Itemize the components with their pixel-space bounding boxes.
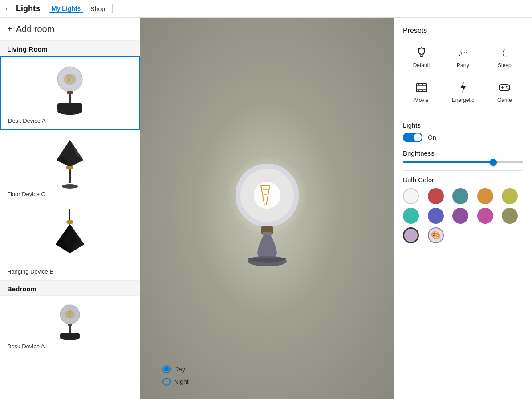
day-label: Day bbox=[174, 366, 185, 373]
divider-1 bbox=[403, 116, 523, 116]
brightness-thumb[interactable] bbox=[490, 159, 497, 166]
lights-toggle-row: On bbox=[403, 133, 523, 142]
color-custom[interactable]: 🎨 bbox=[428, 227, 444, 243]
device-bedroom-1[interactable]: Desk Device A bbox=[0, 296, 140, 355]
party-icon: ♪ ♫ bbox=[456, 45, 470, 60]
brightness-label: Brightness bbox=[403, 149, 523, 157]
color-white[interactable] bbox=[403, 188, 419, 204]
svg-rect-13 bbox=[69, 169, 71, 183]
lights-toggle[interactable] bbox=[403, 133, 422, 142]
preset-movie-label: Movie bbox=[414, 97, 429, 103]
svg-rect-5 bbox=[67, 91, 73, 94]
presets-title: Presets bbox=[403, 27, 523, 35]
add-room-label: Add room bbox=[16, 24, 55, 34]
divider-2 bbox=[403, 170, 523, 171]
svg-text:♫: ♫ bbox=[463, 48, 468, 55]
default-icon bbox=[414, 45, 429, 60]
color-blue[interactable] bbox=[428, 208, 444, 224]
device-bedroom-1-label: Desk Device A bbox=[7, 343, 45, 350]
energetic-icon bbox=[456, 80, 470, 94]
canvas-area: Day Night bbox=[140, 18, 394, 399]
color-lavender[interactable] bbox=[403, 227, 419, 243]
device-desk-a[interactable]: Desk Device A bbox=[0, 56, 140, 130]
color-teal[interactable] bbox=[452, 188, 468, 204]
tab-shop[interactable]: Shop bbox=[88, 5, 108, 12]
color-orange[interactable] bbox=[477, 188, 493, 204]
svg-point-61 bbox=[506, 86, 508, 88]
svg-point-41 bbox=[261, 232, 273, 235]
brightness-slider[interactable] bbox=[403, 161, 523, 163]
movie-icon bbox=[414, 80, 429, 94]
preset-party[interactable]: ♪ ♫ Party bbox=[444, 42, 481, 72]
svg-rect-28 bbox=[69, 326, 71, 333]
topbar-divider bbox=[112, 4, 113, 13]
preset-sleep-label: Sleep bbox=[498, 62, 512, 69]
svg-rect-6 bbox=[69, 94, 71, 103]
svg-point-14 bbox=[62, 184, 78, 189]
sidebar: + Add room Living Room Desk bbox=[0, 18, 140, 399]
palette-icon: 🎨 bbox=[431, 230, 441, 240]
toggle-knob bbox=[414, 133, 422, 141]
color-grid: 🎨 bbox=[403, 188, 523, 243]
topbar: ← Lights My Lights Shop bbox=[0, 0, 532, 18]
app-title: Lights bbox=[16, 4, 40, 13]
color-khaki[interactable] bbox=[502, 208, 518, 224]
tab-my-lights[interactable]: My Lights bbox=[49, 5, 83, 13]
lamp-bedroom-image bbox=[52, 301, 88, 341]
night-radio[interactable] bbox=[162, 378, 171, 386]
svg-rect-50 bbox=[416, 84, 427, 92]
night-radio-row[interactable]: Night bbox=[162, 378, 189, 386]
device-hanging-b[interactable]: Hanging Device B bbox=[0, 203, 140, 281]
section-living-room: Living Room bbox=[0, 41, 140, 56]
device-desk-a-label: Desk Device A bbox=[8, 117, 46, 124]
presets-grid: Default ♪ ♫ Party Sleep bbox=[403, 42, 523, 107]
preset-default[interactable]: Default bbox=[403, 42, 440, 72]
svg-line-46 bbox=[418, 48, 419, 49]
lights-label: Lights bbox=[403, 121, 523, 129]
lamp-hanging-b-image bbox=[48, 209, 92, 266]
sleep-icon bbox=[497, 45, 512, 60]
device-hanging-b-label: Hanging Device B bbox=[7, 268, 53, 275]
color-purple[interactable] bbox=[452, 208, 468, 224]
game-icon bbox=[497, 80, 512, 94]
lamp-desk-a-image bbox=[48, 62, 92, 116]
device-floor-c[interactable]: Floor Device C bbox=[0, 130, 140, 203]
preset-game[interactable]: Game bbox=[486, 77, 523, 107]
time-controls: Day Night bbox=[162, 365, 189, 386]
svg-line-47 bbox=[424, 48, 425, 49]
plus-icon: + bbox=[7, 24, 12, 34]
day-radio-row[interactable]: Day bbox=[162, 365, 189, 373]
preset-energetic[interactable]: Energetic bbox=[444, 77, 481, 107]
device-floor-c-label: Floor Device C bbox=[7, 191, 45, 197]
svg-rect-27 bbox=[68, 324, 72, 326]
color-pink[interactable] bbox=[477, 208, 493, 224]
svg-rect-12 bbox=[66, 166, 73, 169]
main-layout: + Add room Living Room Desk bbox=[0, 18, 532, 399]
svg-marker-9 bbox=[57, 140, 83, 167]
back-button[interactable]: ← bbox=[4, 5, 12, 13]
preset-party-label: Party bbox=[457, 62, 469, 69]
add-room-button[interactable]: + Add room bbox=[0, 18, 140, 41]
section-bedroom: Bedroom bbox=[0, 281, 140, 296]
color-red[interactable] bbox=[428, 188, 444, 204]
color-cyan[interactable] bbox=[403, 208, 419, 224]
preset-energetic-label: Energetic bbox=[452, 97, 475, 103]
night-label: Night bbox=[174, 378, 189, 385]
preset-sleep[interactable]: Sleep bbox=[486, 42, 523, 72]
lamp-floor-c-image bbox=[48, 136, 92, 189]
svg-text:♪: ♪ bbox=[458, 47, 463, 58]
svg-rect-8 bbox=[57, 103, 82, 111]
bulb-color-label: Bulb Color bbox=[403, 176, 523, 184]
day-radio[interactable] bbox=[162, 365, 171, 373]
right-panel: Presets Default ♪ ♫ P bbox=[394, 18, 532, 399]
preset-game-label: Game bbox=[497, 97, 512, 103]
color-olive[interactable] bbox=[502, 188, 518, 204]
svg-rect-30 bbox=[60, 333, 80, 338]
preset-default-label: Default bbox=[413, 62, 430, 69]
main-lamp bbox=[218, 137, 316, 280]
svg-point-16 bbox=[66, 220, 73, 224]
svg-point-43 bbox=[418, 48, 425, 54]
svg-marker-57 bbox=[460, 82, 466, 93]
preset-movie[interactable]: Movie bbox=[403, 77, 440, 107]
lights-on-label: On bbox=[428, 134, 436, 141]
